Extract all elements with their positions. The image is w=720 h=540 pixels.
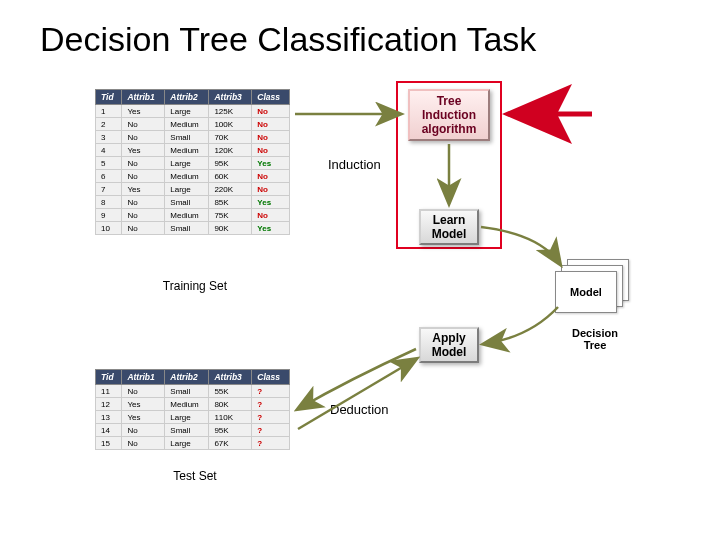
table-header: Attrib3	[209, 370, 252, 385]
table-header: Attrib1	[122, 370, 165, 385]
training-set-caption: Training Set	[150, 279, 240, 293]
model-stack: Model	[555, 259, 633, 313]
table-row: 4YesMedium120KNo	[96, 144, 290, 157]
apply-model-box: Apply Model	[419, 327, 479, 363]
table-header: Tid	[96, 370, 122, 385]
table-row: 14NoSmall95K?	[96, 424, 290, 437]
table-row: 3NoSmall70KNo	[96, 131, 290, 144]
table-row: 11NoSmall55K?	[96, 385, 290, 398]
table-header: Attrib3	[209, 90, 252, 105]
deduction-label: Deduction	[330, 402, 389, 417]
table-row: 7YesLarge220KNo	[96, 183, 290, 196]
diagram-content: TidAttrib1Attrib2Attrib3Class 1YesLarge1…	[0, 59, 720, 519]
table-row: 15NoLarge67K?	[96, 437, 290, 450]
table-row: 8NoSmall85KYes	[96, 196, 290, 209]
table-row: 2NoMedium100KNo	[96, 118, 290, 131]
table-header: Class	[252, 370, 290, 385]
table-row: 1YesLarge125KNo	[96, 105, 290, 118]
table-row: 9NoMedium75KNo	[96, 209, 290, 222]
table-row: 5NoLarge95KYes	[96, 157, 290, 170]
table-row: 6NoMedium60KNo	[96, 170, 290, 183]
table-header: Attrib2	[165, 370, 209, 385]
test-set-table: TidAttrib1Attrib2Attrib3Class 11NoSmall5…	[95, 369, 290, 450]
page-title: Decision Tree Classification Task	[0, 0, 720, 59]
tree-induction-box: Tree Induction algorithm	[408, 89, 490, 141]
test-set-caption: Test Set	[165, 469, 225, 483]
table-row: 10NoSmall90KYes	[96, 222, 290, 235]
table-header: Attrib1	[122, 90, 165, 105]
training-set-table: TidAttrib1Attrib2Attrib3Class 1YesLarge1…	[95, 89, 290, 235]
induction-label: Induction	[328, 157, 381, 172]
table-header: Class	[252, 90, 290, 105]
table-header: Tid	[96, 90, 122, 105]
table-row: 13YesLarge110K?	[96, 411, 290, 424]
decision-tree-label: Decision Tree	[564, 327, 626, 351]
learn-model-box: Learn Model	[419, 209, 479, 245]
table-row: 12YesMedium80K?	[96, 398, 290, 411]
table-header: Attrib2	[165, 90, 209, 105]
